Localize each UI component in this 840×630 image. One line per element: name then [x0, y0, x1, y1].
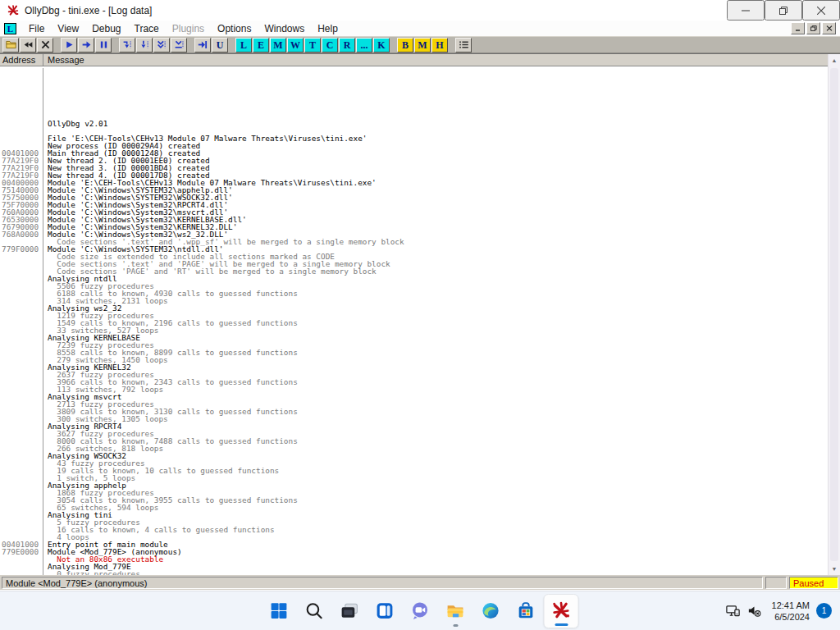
cpu-window-button[interactable]: C [322, 38, 338, 52]
log-line[interactable] [0, 75, 828, 83]
log-address [0, 112, 43, 120]
log-panel: Address Message OllyDbg v2.01 File 'E:\C… [0, 54, 828, 575]
log-line[interactable]: 314 switches, 2131 loops [0, 297, 828, 304]
message-column-header[interactable]: Message [43, 54, 84, 66]
tray-network-button[interactable] [723, 600, 744, 622]
taskbar-start-button[interactable] [262, 594, 297, 628]
log-line[interactable]: 113 switches, 792 loops [0, 386, 828, 393]
menu-plugins: Plugins [166, 22, 211, 35]
system-tray: 12:41 AM 6/5/2024 1 [723, 591, 835, 630]
menu-debug[interactable]: Debug [85, 22, 127, 35]
address-column-header[interactable]: Address [0, 54, 43, 66]
step-into-button[interactable] [119, 38, 135, 52]
log-line[interactable] [0, 105, 828, 112]
scroll-down-icon[interactable]: ▼ [829, 563, 840, 575]
taskbar-task-view-button[interactable] [332, 594, 368, 628]
log-address [0, 349, 43, 356]
taskbar-search-button[interactable] [297, 594, 332, 628]
threads-window-button[interactable]: T [304, 38, 321, 52]
log-address: 768A0000 [0, 231, 43, 238]
taskbar-ollydbg-button[interactable] [544, 594, 579, 628]
memory-map-window-button[interactable]: M [414, 38, 431, 52]
close-x-icon [40, 39, 51, 50]
step-over-button[interactable] [136, 38, 153, 52]
executables-window-label: E [258, 40, 264, 50]
pause-button[interactable] [95, 38, 112, 52]
run-button[interactable] [61, 38, 77, 52]
vertical-scrollbar[interactable]: ▲ ▼ [828, 54, 840, 575]
log-address [0, 408, 43, 415]
taskbar-file-explorer-button[interactable] [438, 594, 473, 628]
log-address [0, 422, 43, 430]
restart-button[interactable] [20, 38, 36, 52]
notification-badge[interactable]: 1 [816, 603, 832, 619]
log-line[interactable] [0, 83, 828, 90]
run-to-cursor-button[interactable] [78, 38, 94, 52]
open-file-button[interactable] [2, 38, 19, 52]
mdi-minimize-button[interactable] [791, 22, 805, 34]
taskbar-chat-button[interactable] [403, 594, 438, 628]
menu-help[interactable]: Help [311, 22, 345, 35]
store-icon [516, 600, 536, 621]
taskbar-clock[interactable]: 12:41 AM 6/5/2024 [772, 600, 810, 623]
menu-trace[interactable]: Trace [128, 22, 166, 35]
log-window-icon[interactable]: L [4, 23, 16, 34]
mdi-restore-button[interactable] [806, 22, 820, 34]
log-line[interactable]: Code sections 'PAGE' and 'RT' will be me… [0, 267, 828, 275]
log-line[interactable]: OllyDbg v2.01 [0, 120, 828, 127]
running-indicator [453, 624, 458, 627]
menu-view[interactable]: View [51, 22, 85, 35]
handles-window-button[interactable]: H [431, 38, 448, 52]
go-to-user-code-button[interactable]: U [212, 38, 228, 52]
log-line[interactable]: 0 fuzzy procedures [0, 570, 828, 575]
log-address [0, 570, 43, 575]
toolbar: ULEMWTCR...KBMH [0, 36, 840, 53]
log-line[interactable] [0, 112, 828, 120]
log-line[interactable] [0, 98, 828, 105]
log-line[interactable] [0, 90, 828, 98]
trace-over-button[interactable] [171, 38, 187, 52]
log-line[interactable]: 300 switches, 1305 loops [0, 415, 828, 422]
log-line[interactable]: 65 switches, 594 loops [0, 504, 828, 511]
restore-icon [779, 7, 788, 15]
minimize-button[interactable] [727, 0, 765, 21]
menu-windows[interactable]: Windows [258, 22, 311, 35]
restore-button[interactable] [765, 0, 802, 21]
breakpoints-window-button[interactable]: B [397, 38, 413, 52]
log-line[interactable] [0, 68, 828, 75]
network-icon [725, 603, 741, 619]
execute-till-return-button[interactable] [194, 38, 211, 52]
taskbar-widgets-button[interactable] [368, 594, 403, 628]
edge-icon [481, 600, 501, 621]
close-debuggee-button[interactable] [37, 38, 53, 52]
log-address: 779F0000 [0, 245, 43, 253]
trace-into-button[interactable] [153, 38, 170, 52]
options-list-button[interactable] [455, 38, 472, 52]
executables-window-button[interactable]: E [253, 38, 269, 52]
log-address [0, 98, 43, 105]
scrollbar-track[interactable] [829, 66, 840, 563]
menu-options[interactable]: Options [211, 22, 258, 35]
log-window-button[interactable]: L [235, 38, 252, 52]
mdi-close-button[interactable] [822, 22, 836, 34]
references-window-button[interactable]: R [339, 38, 355, 52]
memory-window-button[interactable]: M [270, 38, 286, 52]
taskbar-edge-button[interactable] [473, 594, 509, 628]
till-return-icon [198, 39, 208, 50]
menu-items: FileViewDebugTracePluginsOptionsWindowsH… [22, 22, 345, 35]
bookmarks-window-button[interactable]: K [373, 38, 390, 52]
taskbar-store-button[interactable] [509, 594, 544, 628]
folder-open-icon [6, 39, 16, 50]
scrollbar-thumb[interactable] [830, 68, 838, 561]
file-explorer-icon [445, 600, 466, 621]
run-trace-window-button[interactable]: ... [356, 38, 372, 52]
watches-window-button[interactable]: W [287, 38, 304, 52]
menu-file[interactable]: File [22, 22, 51, 35]
close-button[interactable] [802, 0, 840, 21]
log-address [0, 518, 43, 526]
tray-volume-muted-button[interactable] [744, 600, 765, 622]
scroll-up-icon[interactable]: ▲ [829, 54, 840, 66]
chat-icon [410, 600, 431, 621]
log-line[interactable]: 16 calls to known, 4 calls to guessed fu… [0, 526, 828, 533]
log-address [0, 260, 43, 267]
